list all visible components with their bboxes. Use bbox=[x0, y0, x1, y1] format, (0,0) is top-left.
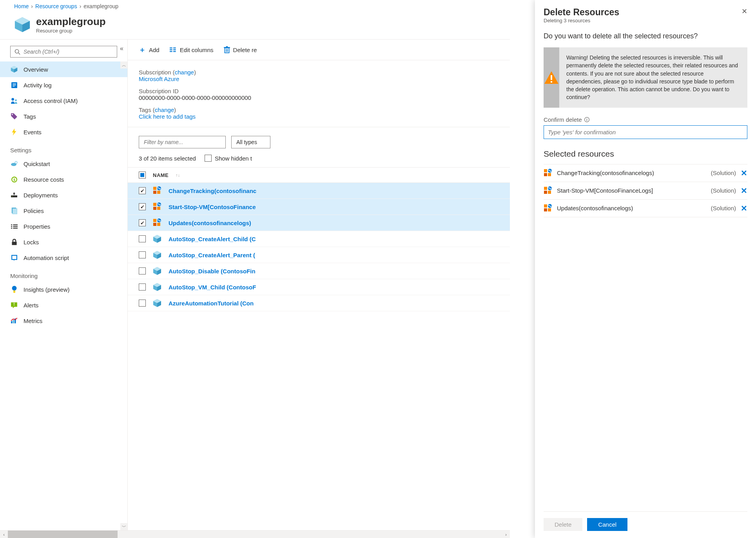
remove-resource-button[interactable]: ✕ bbox=[741, 168, 747, 178]
table-row[interactable]: AutoStop_CreateAlert_Child (C bbox=[128, 231, 510, 247]
sidebar-item-access-control[interactable]: Access control (IAM) bbox=[0, 93, 127, 108]
sidebar-item-label: Tags bbox=[24, 113, 36, 120]
horizontal-scrollbar[interactable]: ‹ › bbox=[0, 530, 510, 538]
svg-rect-12 bbox=[13, 86, 15, 86]
table-row[interactable]: AutoStop_Disable (ContosoFin bbox=[128, 263, 510, 279]
script-icon bbox=[10, 254, 18, 262]
change-tags-link[interactable]: change bbox=[155, 107, 174, 113]
sidebar-item-insights[interactable]: Insights (preview) bbox=[0, 282, 127, 297]
row-checkbox[interactable] bbox=[139, 203, 146, 210]
change-subscription-link[interactable]: change bbox=[175, 69, 194, 76]
table-row[interactable]: AzureAutomationTutorial (Con bbox=[128, 295, 510, 311]
confirm-delete-input[interactable] bbox=[544, 125, 747, 139]
add-tags-link[interactable]: Click here to add tags bbox=[139, 113, 499, 120]
selected-resource-row: Updates(contosofinancelogs)(Solution)✕ bbox=[544, 200, 747, 217]
svg-rect-38 bbox=[11, 321, 12, 323]
svg-point-13 bbox=[11, 98, 14, 101]
delete-button[interactable]: Delete bbox=[544, 518, 582, 531]
table-row[interactable]: Updates(contosofinancelogs) bbox=[128, 215, 510, 231]
resource-name[interactable]: AutoStop_VM_Child (ContosoF bbox=[169, 284, 256, 291]
sidebar-item-automation-script[interactable]: Automation script bbox=[0, 250, 127, 265]
sidebar-item-properties[interactable]: Properties bbox=[0, 218, 127, 234]
svg-point-34 bbox=[12, 286, 16, 291]
sidebar-item-label: Policies bbox=[24, 208, 44, 214]
select-all-checkbox[interactable] bbox=[139, 172, 146, 179]
sidebar-item-activity-log[interactable]: Activity log bbox=[0, 77, 127, 93]
resource-name[interactable]: AutoStop_Disable (ContosoFin bbox=[169, 268, 256, 274]
remove-resource-button[interactable]: ✕ bbox=[741, 204, 747, 213]
scroll-down-button[interactable]: ﹀ bbox=[120, 523, 127, 530]
add-button[interactable]: ＋ Add bbox=[139, 45, 160, 54]
column-name[interactable]: NAME bbox=[153, 172, 169, 178]
sidebar-item-tags[interactable]: Tags bbox=[0, 108, 127, 124]
sidebar-item-quickstart[interactable]: Quickstart bbox=[0, 156, 127, 172]
close-panel-button[interactable]: ✕ bbox=[741, 7, 747, 16]
selected-resource-row: ChangeTracking(contosofinancelogs)(Solut… bbox=[544, 164, 747, 182]
delete-resources-panel: Delete Resources Deleting 3 resources ✕ … bbox=[535, 0, 756, 538]
row-checkbox[interactable] bbox=[139, 267, 146, 274]
breadcrumb-resource-groups[interactable]: Resource groups bbox=[35, 3, 77, 9]
sidebar-item-policies[interactable]: Policies bbox=[0, 203, 127, 218]
row-checkbox[interactable] bbox=[139, 300, 146, 307]
svg-rect-26 bbox=[13, 224, 18, 225]
row-checkbox[interactable] bbox=[139, 235, 146, 242]
resource-name[interactable]: AutoStop_CreateAlert_Child (C bbox=[169, 236, 256, 242]
warning-text: Warning! Deleting the selected resources… bbox=[559, 47, 747, 108]
collapse-sidebar-icon[interactable]: « bbox=[120, 45, 123, 52]
toolbar-label: Delete re bbox=[233, 47, 257, 53]
sidebar-item-overview[interactable]: Overview bbox=[0, 61, 127, 77]
scrollbar-thumb[interactable] bbox=[8, 531, 118, 538]
row-checkbox[interactable] bbox=[139, 219, 146, 226]
resource-name[interactable]: AzureAutomationTutorial (Con bbox=[169, 300, 254, 307]
row-checkbox[interactable] bbox=[139, 283, 146, 291]
sidebar-item-deployments[interactable]: Deployments bbox=[0, 187, 127, 203]
chevron-right-icon: › bbox=[31, 3, 33, 9]
resource-name[interactable]: Updates(contosofinancelogs) bbox=[169, 220, 251, 226]
row-checkbox[interactable] bbox=[139, 187, 146, 194]
sidebar-item-label: Metrics bbox=[24, 318, 42, 324]
sidebar-item-events[interactable]: Events bbox=[0, 124, 127, 140]
filter-by-name-input[interactable] bbox=[139, 136, 226, 148]
edit-columns-button[interactable]: Edit columns bbox=[170, 47, 214, 53]
info-icon[interactable]: i bbox=[584, 117, 589, 122]
search-icon bbox=[15, 49, 20, 55]
resource-type-icon bbox=[544, 204, 552, 213]
show-hidden-checkbox[interactable] bbox=[205, 155, 212, 162]
cancel-button[interactable]: Cancel bbox=[587, 518, 627, 531]
table-row[interactable]: AutoStop_CreateAlert_Parent ( bbox=[128, 247, 510, 263]
delete-resource-group-button[interactable]: Delete re bbox=[224, 46, 257, 53]
filter-bar: All types bbox=[128, 127, 510, 153]
sidebar-item-alerts[interactable]: ! Alerts bbox=[0, 297, 127, 313]
remove-resource-button[interactable]: ✕ bbox=[741, 186, 747, 195]
svg-point-15 bbox=[12, 114, 13, 115]
svg-text:$: $ bbox=[13, 177, 15, 181]
filter-type-dropdown[interactable]: All types bbox=[231, 136, 270, 148]
row-checkbox[interactable] bbox=[139, 251, 146, 258]
svg-text:i: i bbox=[586, 118, 587, 122]
resource-group-icon bbox=[14, 16, 31, 33]
scroll-right-icon[interactable]: › bbox=[502, 532, 510, 537]
breadcrumb-home[interactable]: Home bbox=[14, 3, 29, 9]
resource-type-icon bbox=[153, 283, 161, 291]
sidebar-search-input[interactable] bbox=[24, 49, 113, 55]
resource-name[interactable]: AutoStop_CreateAlert_Parent ( bbox=[169, 252, 255, 258]
main-content: ＋ Add Edit columns Delete re Subscriptio… bbox=[128, 40, 510, 530]
sidebar-search[interactable] bbox=[10, 46, 117, 58]
cube-icon bbox=[10, 65, 18, 73]
confirm-delete-label: Confirm delete bbox=[544, 116, 582, 123]
warning-box: Warning! Deleting the selected resources… bbox=[544, 47, 747, 108]
quickstart-icon bbox=[10, 160, 18, 168]
table-row[interactable]: Start-Stop-VM[ContosoFinance bbox=[128, 199, 510, 215]
table-row[interactable]: ChangeTracking(contosofinanc bbox=[128, 183, 510, 199]
sidebar-item-label: Overview bbox=[24, 66, 48, 73]
sidebar-item-locks[interactable]: Locks bbox=[0, 234, 127, 250]
resource-name[interactable]: Start-Stop-VM[ContosoFinance bbox=[169, 204, 256, 210]
sidebar-item-resource-costs[interactable]: $ Resource costs bbox=[0, 172, 127, 187]
resource-name[interactable]: ChangeTracking(contosofinanc bbox=[169, 188, 256, 194]
table-row[interactable]: AutoStop_VM_Child (ContosoF bbox=[128, 279, 510, 295]
subscription-value[interactable]: Microsoft Azure bbox=[139, 76, 499, 82]
sidebar-item-metrics[interactable]: Metrics bbox=[0, 313, 127, 329]
resource-type-icon bbox=[544, 186, 552, 195]
scroll-up-button[interactable]: ︿ bbox=[120, 61, 127, 69]
scroll-left-icon[interactable]: ‹ bbox=[0, 532, 8, 537]
